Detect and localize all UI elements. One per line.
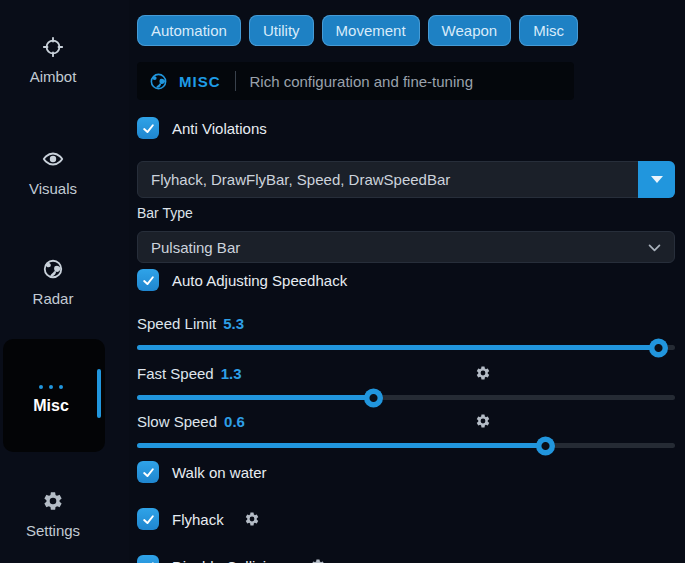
bar-type-select[interactable]: Pulsating Bar <box>137 231 675 263</box>
checkbox-checked[interactable] <box>137 117 159 139</box>
checkbox-label: Flyhack <box>172 511 224 528</box>
sidebar-item-label: Misc <box>3 397 99 415</box>
checkbox-row-flyhack[interactable]: Flyhack <box>137 508 675 530</box>
slider-value: 0.6 <box>224 413 245 430</box>
checkbox-checked[interactable] <box>137 508 159 530</box>
globe-icon <box>149 72 168 91</box>
checkbox-checked[interactable] <box>137 269 159 291</box>
checkbox-label: Anti Violations <box>172 120 267 137</box>
divider <box>235 71 236 91</box>
bar-type-label: Bar Type <box>137 205 675 222</box>
slider-value: 1.3 <box>221 365 242 382</box>
slider-value: 5.3 <box>223 315 244 332</box>
sidebar-item-misc[interactable]: Misc <box>3 339 105 452</box>
sidebar-item-aimbot[interactable]: Aimbot <box>0 36 106 85</box>
slow-speed-slider[interactable] <box>137 443 675 448</box>
fast-speed-slider[interactable] <box>137 395 675 400</box>
main-panel: Automation Utility Movement Weapon Misc … <box>137 0 675 563</box>
checkbox-row-disable-collisions[interactable]: Disable Collisions <box>137 555 675 563</box>
feature-multiselect[interactable]: Flyhack, DrawFlyBar, Speed, DrawSpeedBar <box>137 161 675 198</box>
gear-icon[interactable] <box>475 365 491 381</box>
tab-misc[interactable]: Misc <box>519 15 578 46</box>
slider-fill <box>137 443 546 448</box>
slider-fill <box>137 345 659 350</box>
slider-handle[interactable] <box>536 436 555 455</box>
sidebar-item-visuals[interactable]: Visuals <box>0 148 106 197</box>
active-indicator <box>97 369 101 418</box>
checkbox-row-walk-on-water[interactable]: Walk on water <box>137 461 675 483</box>
slider-label: Slow Speed <box>137 413 217 430</box>
tab-automation[interactable]: Automation <box>137 15 241 46</box>
slider-block-speed-limit: Speed Limit 5.3 <box>137 314 675 350</box>
speed-limit-slider[interactable] <box>137 345 675 350</box>
bar-type-value: Pulsating Bar <box>151 239 240 256</box>
gear-icon[interactable] <box>475 413 491 429</box>
tab-weapon[interactable]: Weapon <box>428 15 512 46</box>
category-tabs: Automation Utility Movement Weapon Misc <box>137 15 675 46</box>
tab-utility[interactable]: Utility <box>249 15 314 46</box>
sidebar-item-radar[interactable]: Radar <box>0 258 106 307</box>
section-header: MISC Rich configuration and fine-tuning <box>137 62 574 100</box>
sidebar-item-label: Visuals <box>0 180 106 197</box>
section-subtitle: Rich configuration and fine-tuning <box>250 73 473 90</box>
gear-icon[interactable] <box>310 558 326 563</box>
gear-icon <box>42 490 64 512</box>
dropdown-open-button[interactable] <box>638 161 675 198</box>
checkbox-label: Walk on water <box>172 464 266 481</box>
sidebar-item-label: Radar <box>0 290 106 307</box>
checkbox-label: Disable Collisions <box>172 558 290 563</box>
crosshair-icon <box>42 36 64 58</box>
checkbox-checked[interactable] <box>137 555 159 563</box>
checkbox-row-anti-violations[interactable]: Anti Violations <box>137 117 675 139</box>
slider-label: Speed Limit <box>137 315 216 332</box>
eye-icon <box>42 148 64 170</box>
sidebar-item-settings[interactable]: Settings <box>0 490 106 539</box>
slider-fill <box>137 395 374 400</box>
gear-icon[interactable] <box>244 511 260 527</box>
globe-icon <box>42 258 64 280</box>
sidebar: Aimbot Visuals Radar Misc S <box>0 0 129 563</box>
checkbox-label: Auto Adjusting Speedhack <box>172 272 347 289</box>
feature-multiselect-value: Flyhack, DrawFlyBar, Speed, DrawSpeedBar <box>151 171 450 188</box>
chevron-down-icon <box>646 239 663 256</box>
sidebar-item-label: Settings <box>0 522 106 539</box>
slider-handle[interactable] <box>364 388 383 407</box>
triangle-down-icon <box>651 176 663 183</box>
checkbox-row-auto-adjusting-speedhack[interactable]: Auto Adjusting Speedhack <box>137 269 675 291</box>
slider-block-slow-speed: Slow Speed 0.6 <box>137 412 675 448</box>
slider-block-fast-speed: Fast Speed 1.3 <box>137 364 675 400</box>
sidebar-item-label: Aimbot <box>0 68 106 85</box>
tab-movement[interactable]: Movement <box>322 15 420 46</box>
slider-handle[interactable] <box>649 338 668 357</box>
section-title: MISC <box>179 73 221 90</box>
ellipsis-icon <box>3 375 99 393</box>
checkbox-checked[interactable] <box>137 461 159 483</box>
slider-label: Fast Speed <box>137 365 214 382</box>
